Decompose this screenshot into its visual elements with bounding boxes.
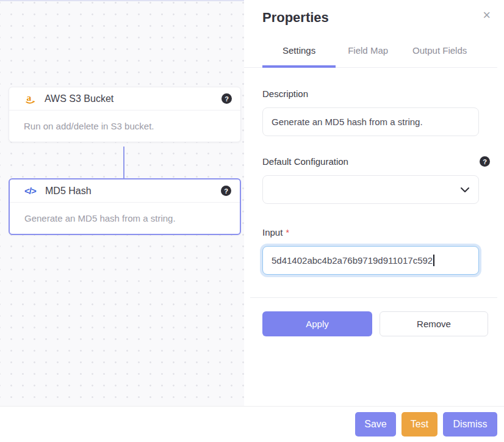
node-description: Generate an MD5 hash from a string. bbox=[10, 203, 240, 234]
chevron-down-icon bbox=[460, 187, 470, 193]
test-button[interactable]: Test bbox=[401, 412, 437, 437]
text-caret bbox=[433, 255, 434, 266]
node-description: Run on add/delete in S3 bucket. bbox=[9, 111, 240, 142]
node-title: AWS S3 Bucket bbox=[45, 93, 221, 104]
input-field[interactable]: 5d41402abc4b2a76b9719d911017c592 bbox=[262, 246, 479, 275]
amazon-icon: a bbox=[24, 92, 38, 106]
code-icon: </> bbox=[24, 186, 39, 196]
panel-divider bbox=[250, 297, 497, 298]
description-input-value: Generate an MD5 hash from a string. bbox=[272, 117, 423, 127]
tab-bar: Settings Field Map Output Fields bbox=[244, 45, 497, 68]
close-icon[interactable]: × bbox=[483, 9, 491, 22]
default-configuration-section: Default Configuration ? bbox=[262, 156, 479, 204]
node-title: MD5 Hash bbox=[45, 186, 221, 197]
help-icon[interactable]: ? bbox=[221, 93, 232, 104]
node-header: a AWS S3 Bucket ? bbox=[9, 87, 240, 111]
node-connector-line bbox=[123, 147, 124, 179]
input-label: Input bbox=[262, 227, 283, 237]
action-button-row: Apply Remove bbox=[262, 311, 488, 336]
remove-button[interactable]: Remove bbox=[380, 311, 488, 336]
description-label: Description bbox=[262, 89, 479, 99]
tab-field-map[interactable]: Field Map bbox=[336, 45, 400, 68]
dismiss-button[interactable]: Dismiss bbox=[443, 412, 497, 437]
apply-button[interactable]: Apply bbox=[262, 311, 372, 336]
tab-settings[interactable]: Settings bbox=[262, 45, 336, 68]
help-icon[interactable]: ? bbox=[480, 156, 490, 167]
workflow-canvas[interactable]: a AWS S3 Bucket ? Run on add/delete in S… bbox=[0, 0, 244, 406]
node-header: </> MD5 Hash ? bbox=[10, 179, 240, 203]
footer-bar: Save Test Dismiss bbox=[0, 406, 504, 442]
default-configuration-select[interactable] bbox=[262, 175, 479, 204]
input-field-value: 5d41402abc4b2a76b9719d911017c592 bbox=[272, 255, 433, 266]
tab-output-fields[interactable]: Output Fields bbox=[400, 45, 479, 68]
input-section: Input * 5d41402abc4b2a76b9719d911017c592 bbox=[262, 227, 479, 275]
description-input[interactable]: Generate an MD5 hash from a string. bbox=[262, 107, 479, 136]
node-aws-s3-bucket[interactable]: a AWS S3 Bucket ? Run on add/delete in S… bbox=[9, 87, 241, 142]
help-icon[interactable]: ? bbox=[221, 186, 231, 196]
svg-text:a: a bbox=[27, 92, 32, 103]
required-asterisk: * bbox=[286, 228, 289, 237]
panel-title: Properties bbox=[262, 10, 329, 26]
save-button[interactable]: Save bbox=[355, 412, 396, 437]
description-section: Description Generate an MD5 hash from a … bbox=[262, 89, 479, 136]
default-configuration-label: Default Configuration bbox=[262, 156, 348, 167]
properties-panel: Properties × Settings Field Map Output F… bbox=[244, 0, 504, 406]
node-md5-hash[interactable]: </> MD5 Hash ? Generate an MD5 hash from… bbox=[9, 178, 241, 235]
